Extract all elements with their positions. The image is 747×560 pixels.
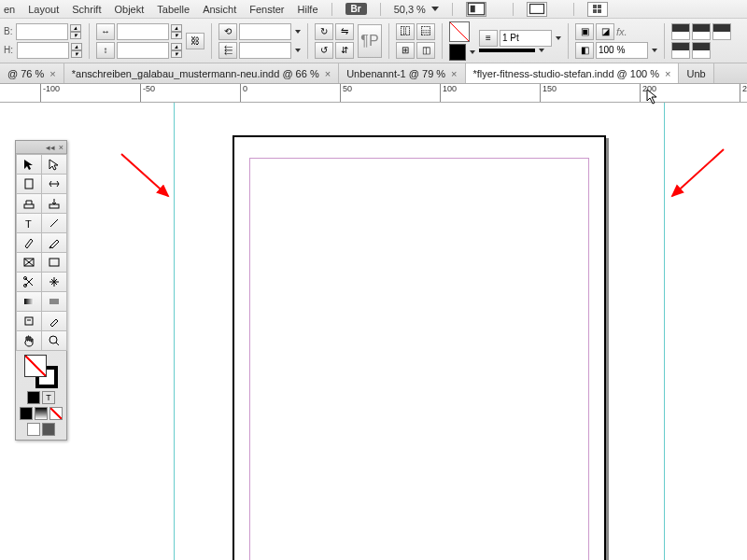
color-black[interactable] — [20, 407, 33, 420]
close-icon[interactable]: × — [451, 68, 457, 79]
document-tab[interactable]: Unbenannt-1 @ 79 %× — [339, 63, 465, 83]
scissors-tool[interactable] — [16, 272, 42, 292]
paragraph-icon[interactable]: ¶P — [358, 24, 382, 58]
free-transform-tool[interactable] — [41, 272, 67, 292]
svg-rect-17 — [49, 299, 59, 304]
height-field[interactable] — [17, 42, 69, 59]
fill-color[interactable] — [24, 355, 47, 377]
shear-field[interactable] — [239, 42, 291, 59]
arrange-button[interactable] — [587, 2, 608, 17]
stroke-weight-field[interactable] — [500, 30, 552, 47]
opacity-field[interactable] — [596, 42, 648, 59]
scale-y-field[interactable] — [117, 42, 169, 59]
tab-label: Unbenannt-1 @ 79 % — [346, 68, 445, 79]
text-wrap-icon[interactable] — [671, 42, 690, 59]
gradient-feather-tool[interactable] — [41, 291, 67, 312]
flip-h-icon[interactable]: ⇋ — [335, 23, 354, 40]
pen-tool[interactable] — [16, 232, 42, 253]
scale-x-button[interactable]: ↔ — [96, 23, 115, 40]
chevron-down-icon — [431, 7, 439, 11]
view-mode-button[interactable] — [466, 2, 486, 17]
width-field[interactable] — [16, 23, 68, 40]
pencil-tool[interactable] — [41, 232, 67, 253]
note-tool[interactable] — [16, 311, 42, 331]
menu-item[interactable]: Fenster — [249, 4, 284, 15]
horizontal-ruler[interactable]: -100 -50 0 50 100 150 200 250 — [0, 84, 747, 103]
hand-tool[interactable] — [16, 330, 42, 351]
eyedropper-tool[interactable] — [41, 311, 67, 331]
flip-v-icon[interactable]: ⇵ — [335, 42, 354, 59]
align-button[interactable]: ⊞ — [396, 42, 415, 59]
view-mode-preview[interactable] — [42, 423, 55, 436]
menu-item[interactable]: Tabelle — [157, 4, 190, 15]
type-tool[interactable]: T — [16, 213, 42, 233]
zoom-dropdown[interactable]: 50,3 % — [394, 4, 439, 15]
close-icon[interactable]: × — [325, 68, 331, 79]
link-icon[interactable]: ⛓ — [186, 33, 204, 49]
line-tool[interactable] — [41, 213, 67, 233]
wrap-button[interactable]: ◫ — [416, 42, 435, 59]
ruler-tick: -100 — [40, 84, 60, 102]
document-canvas[interactable] — [0, 103, 747, 560]
document-tab[interactable]: *anschreiben_galabau_mustermann-neu.indd… — [64, 63, 339, 83]
rotate-button[interactable]: ⟲ — [218, 23, 237, 40]
menu-item[interactable]: Ansicht — [203, 4, 236, 15]
screen-mode-button[interactable] — [527, 2, 547, 17]
menu-item[interactable]: Layout — [28, 4, 59, 15]
fill-swatch[interactable] — [449, 21, 470, 42]
rotate-cw-icon[interactable]: ↻ — [315, 23, 333, 40]
document-tab[interactable]: Unb — [679, 63, 713, 83]
rectangle-tool[interactable] — [41, 252, 67, 273]
menu-item[interactable]: Hilfe — [298, 4, 318, 15]
guide-vertical[interactable] — [664, 103, 665, 560]
tools-panel[interactable]: ◂◂× T T — [15, 140, 67, 441]
stepper[interactable]: ▴▾ — [70, 24, 81, 39]
content-collector-tool[interactable] — [16, 193, 42, 214]
formatting-text-icon[interactable]: T — [42, 391, 55, 404]
guide-vertical[interactable] — [174, 103, 175, 560]
document-tab[interactable]: @ 76 %× — [0, 63, 64, 83]
apply-color-icon[interactable] — [27, 391, 40, 404]
zoom-tool[interactable] — [41, 330, 67, 351]
text-wrap-icon[interactable] — [712, 23, 731, 40]
stroke-swatch[interactable] — [449, 44, 466, 61]
gap-tool[interactable] — [41, 174, 67, 194]
content-placer-tool[interactable] — [41, 193, 67, 214]
menu-item[interactable]: Schrift — [72, 4, 101, 15]
selection-tool[interactable] — [16, 154, 42, 175]
rectangle-frame-tool[interactable] — [16, 252, 42, 273]
close-icon[interactable]: × — [49, 68, 55, 79]
stepper[interactable]: ▴▾ — [171, 24, 182, 39]
menu-item[interactable]: en — [4, 4, 15, 15]
stepper[interactable]: ▴▾ — [71, 43, 82, 58]
panel-titlebar[interactable]: ◂◂× — [16, 141, 66, 154]
page-tool[interactable] — [16, 174, 42, 194]
direct-selection-tool[interactable] — [41, 154, 67, 175]
close-icon[interactable]: × — [59, 143, 63, 152]
align-button[interactable]: ⿲ — [396, 23, 415, 40]
rotate-field[interactable] — [239, 23, 291, 40]
scale-y-button[interactable]: ↕ — [96, 42, 115, 59]
gradient-swatch-tool[interactable] — [16, 291, 42, 312]
text-wrap-icon[interactable] — [692, 42, 711, 59]
page[interactable] — [233, 135, 606, 560]
menu-item[interactable]: Objekt — [114, 4, 144, 15]
shear-button[interactable]: ⬱ — [218, 42, 237, 59]
drop-shadow-icon[interactable]: ◪ — [596, 23, 614, 40]
stepper[interactable]: ▴▾ — [171, 43, 182, 58]
close-icon[interactable]: × — [665, 68, 670, 79]
scale-x-field[interactable] — [117, 23, 169, 40]
distribute-button[interactable]: ⿳ — [416, 23, 435, 40]
document-tab[interactable]: *flyer-fitness-studio-stefan.indd @ 100 … — [466, 63, 680, 83]
color-gradient[interactable] — [35, 407, 48, 420]
collapse-icon[interactable]: ◂◂ — [46, 143, 55, 152]
view-mode-normal[interactable] — [27, 423, 40, 436]
text-wrap-icon[interactable] — [671, 23, 690, 40]
rotate-ccw-icon[interactable]: ↺ — [315, 42, 333, 59]
fill-stroke-swatch[interactable] — [24, 355, 58, 388]
bridge-button[interactable]: Br — [345, 3, 367, 15]
stroke-style[interactable] — [479, 49, 535, 52]
color-none[interactable] — [49, 407, 63, 420]
text-wrap-icon[interactable] — [692, 23, 711, 40]
effects-icon[interactable]: ▣ — [575, 23, 594, 40]
